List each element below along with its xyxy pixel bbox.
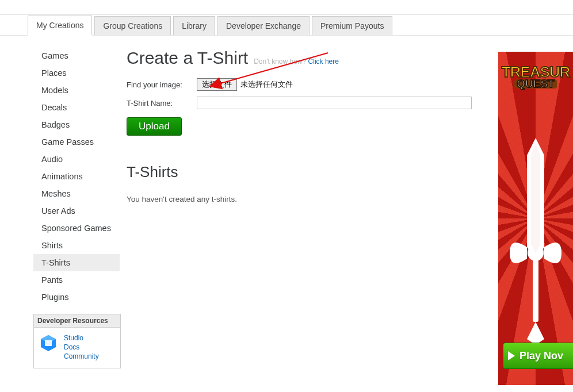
file-status: 未选择任何文件: [240, 79, 293, 90]
svg-marker-5: [527, 322, 544, 345]
developer-resources-box: Developer Resources Studio Docs Communit…: [33, 314, 121, 368]
sidebar-item-places[interactable]: Places: [33, 64, 120, 82]
top-toolbar-gap: [0, 0, 573, 15]
tab-group-creations[interactable]: Group Creations: [94, 16, 171, 35]
link-docs[interactable]: Docs: [64, 343, 99, 352]
sidebar-item-sponsored-games[interactable]: Sponsored Games: [33, 220, 120, 237]
main-content: Create a T-Shirt Don't know how? Click h…: [120, 36, 501, 203]
help-link[interactable]: Click here: [308, 57, 339, 66]
sidebar-item-badges[interactable]: Badges: [33, 116, 120, 133]
sidebar-item-decals[interactable]: Decals: [33, 99, 120, 116]
link-community[interactable]: Community: [64, 352, 99, 361]
sidebar-item-pants[interactable]: Pants: [33, 271, 120, 289]
sidebar-item-shirts[interactable]: Shirts: [33, 237, 120, 254]
ad-logo-top: TREASUR: [498, 66, 573, 78]
help-prefix: Don't know how?: [254, 57, 308, 66]
developer-resources-heading: Developer Resources: [34, 314, 120, 328]
sidebar-item-animations[interactable]: Animations: [33, 168, 120, 185]
sidebar-item-meshes[interactable]: Meshes: [33, 185, 120, 202]
svg-rect-4: [533, 259, 538, 322]
sidebar-item-user-ads[interactable]: User Ads: [33, 202, 120, 220]
page-title: Create a T-Shirt: [127, 48, 248, 68]
play-now-button[interactable]: Play Nov: [503, 343, 573, 369]
tshirt-name-label: T-Shirt Name:: [127, 99, 197, 107]
section-title: T-Shirts: [127, 163, 495, 181]
tab-my-creations[interactable]: My Creations: [28, 16, 92, 36]
tab-developer-exchange[interactable]: Developer Exchange: [217, 16, 310, 35]
ad-banner[interactable]: TREASUR QUEST Play Nov: [498, 52, 573, 385]
ad-logo-bottom: QUEST: [514, 79, 556, 89]
studio-icon: [39, 333, 58, 353]
sidebar-item-games[interactable]: Games: [33, 47, 120, 64]
sidebar-item-t-shirts[interactable]: T-Shirts: [33, 254, 120, 271]
choose-file-button[interactable]: 选择文件: [197, 78, 237, 91]
sidebar: Games Places Models Decals Badges Game P…: [33, 47, 120, 368]
sidebar-item-game-passes[interactable]: Game Passes: [33, 133, 120, 151]
sidebar-item-audio[interactable]: Audio: [33, 151, 120, 168]
sidebar-item-plugins[interactable]: Plugins: [33, 289, 120, 306]
tab-bar: My Creations Group Creations Library Dev…: [0, 15, 573, 36]
play-label: Play Nov: [519, 350, 563, 362]
empty-message: You haven't created any t-shirts.: [127, 195, 495, 203]
tab-library[interactable]: Library: [173, 16, 215, 35]
sword-icon: [504, 138, 567, 345]
upload-button[interactable]: Upload: [127, 117, 182, 136]
help-text: Don't know how? Click here: [254, 57, 339, 66]
find-image-label: Find your image:: [127, 80, 197, 89]
sidebar-item-models[interactable]: Models: [33, 82, 120, 99]
developer-resources-links: Studio Docs Community: [64, 333, 99, 361]
tshirt-name-input[interactable]: [197, 97, 472, 109]
svg-marker-7: [531, 144, 540, 253]
tab-premium-payouts[interactable]: Premium Payouts: [312, 16, 392, 35]
svg-marker-2: [45, 340, 52, 346]
play-icon: [508, 351, 515, 360]
ad-logo: TREASUR QUEST: [498, 66, 573, 89]
link-studio[interactable]: Studio: [64, 333, 99, 343]
